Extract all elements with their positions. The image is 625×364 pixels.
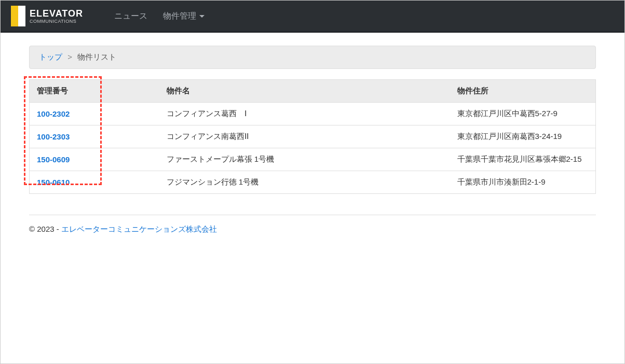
logo-icon: [11, 6, 25, 26]
nav-news-label: ニュース: [114, 11, 147, 22]
breadcrumb-separator: >: [67, 52, 72, 61]
nav-property-mgmt[interactable]: 物件管理: [163, 11, 205, 22]
table-row: 150-0610 フジマンション行徳 1号機 千葉県市川市湊新田2-1-9: [30, 171, 596, 194]
footer: © 2023 - エレベーターコミュニケーションズ株式会社: [29, 215, 596, 234]
footer-prefix: © 2023 -: [29, 225, 61, 233]
th-address: 物件住所: [450, 80, 596, 103]
table-row: 100-2303 コンフィアンス南葛西ⅠⅠ 東京都江戸川区南葛西3-24-19: [30, 125, 596, 148]
th-id: 管理番号: [30, 80, 159, 103]
nav-property-mgmt-label: 物件管理: [163, 11, 196, 22]
footer-company-link[interactable]: エレベーターコミュニケーションズ株式会社: [61, 225, 217, 233]
nav-news[interactable]: ニュース: [114, 11, 147, 22]
app-window: ELEVATOR COMMUNICATIONS ニュース 物件管理 トップ > …: [0, 0, 625, 364]
brand-logo[interactable]: ELEVATOR COMMUNICATIONS: [11, 6, 83, 26]
brand-sub: COMMUNICATIONS: [30, 19, 83, 24]
table-row: 150-0609 ファーストメープル幕張 1号機 千葉県千葉市花見川区幕張本郷2…: [30, 148, 596, 171]
property-id-link[interactable]: 150-0610: [37, 178, 70, 187]
th-name: 物件名: [159, 80, 450, 103]
property-name: コンフィアンス葛西 Ⅰ: [159, 103, 450, 125]
breadcrumb-top-link[interactable]: トップ: [39, 52, 62, 61]
property-address: 東京都江戸川区南葛西3-24-19: [450, 125, 596, 148]
property-address: 千葉県市川市湊新田2-1-9: [450, 171, 596, 194]
chevron-down-icon: [199, 15, 205, 18]
navbar: ELEVATOR COMMUNICATIONS ニュース 物件管理: [1, 1, 624, 33]
table-container: 管理番号 物件名 物件住所 100-2302 コンフィアンス葛西 Ⅰ 東京都江戸…: [29, 79, 596, 194]
property-name: フジマンション行徳 1号機: [159, 171, 450, 194]
brand-text: ELEVATOR COMMUNICATIONS: [30, 9, 83, 24]
property-id-link[interactable]: 100-2303: [37, 132, 70, 141]
property-address: 千葉県千葉市花見川区幕張本郷2-15: [450, 148, 596, 171]
breadcrumb-current: 物件リスト: [77, 52, 116, 61]
property-id-link[interactable]: 100-2302: [37, 109, 70, 118]
brand-main: ELEVATOR: [30, 9, 83, 18]
property-address: 東京都江戸川区中葛西5-27-9: [450, 103, 596, 125]
nav-links: ニュース 物件管理: [114, 11, 205, 22]
table-row: 100-2302 コンフィアンス葛西 Ⅰ 東京都江戸川区中葛西5-27-9: [30, 103, 596, 125]
property-id-link[interactable]: 150-0609: [37, 155, 70, 164]
property-name: ファーストメープル幕張 1号機: [159, 148, 450, 171]
table-header-row: 管理番号 物件名 物件住所: [30, 80, 596, 103]
property-table: 管理番号 物件名 物件住所 100-2302 コンフィアンス葛西 Ⅰ 東京都江戸…: [29, 79, 596, 194]
property-name: コンフィアンス南葛西ⅠⅠ: [159, 125, 450, 148]
breadcrumb: トップ > 物件リスト: [29, 46, 596, 69]
